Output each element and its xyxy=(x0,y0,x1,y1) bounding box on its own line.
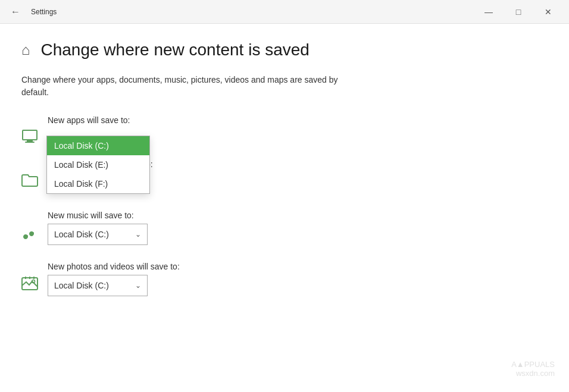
apps-label: New apps will save to: xyxy=(48,115,548,125)
page-description: Change where your apps, documents, music… xyxy=(21,74,355,99)
music-label: New music will save to: xyxy=(48,211,548,220)
titlebar-controls: — □ ✕ xyxy=(475,3,562,21)
music-chevron-icon: ⌄ xyxy=(135,230,141,239)
photo-icon xyxy=(21,276,38,290)
music-dropdown[interactable]: Local Disk (C:) ⌄ xyxy=(48,224,148,245)
section-apps: New apps will save to: Local Disk (C:) L… xyxy=(21,115,548,143)
music-selected-value: Local Disk (C:) xyxy=(54,230,109,239)
apps-option-c[interactable]: Local Disk (C:) xyxy=(47,136,149,155)
svg-rect-0 xyxy=(23,130,37,140)
minimize-button[interactable]: — xyxy=(475,3,502,21)
photos-dropdown-btn[interactable]: Local Disk (C:) ⌄ xyxy=(48,275,148,296)
apps-option-f[interactable]: Local Disk (F:) xyxy=(47,174,149,193)
photos-label: New photos and videos will save to: xyxy=(48,262,548,271)
page-title: Change where new content is saved xyxy=(41,40,309,59)
music-icon xyxy=(21,225,38,240)
main-panel: ⌂ Change where new content is saved Chan… xyxy=(0,24,569,392)
content-area: ⌂ Change where new content is saved Chan… xyxy=(0,24,569,392)
apps-dropdown-menu: Local Disk (C:) Local Disk (E:) Local Di… xyxy=(46,136,150,194)
photos-chevron-icon: ⌄ xyxy=(135,281,141,290)
photos-dropdown[interactable]: Local Disk (C:) ⌄ xyxy=(48,275,148,296)
page-header: ⌂ Change where new content is saved xyxy=(21,40,548,59)
titlebar-left: ← Settings xyxy=(7,4,57,20)
folder-icon xyxy=(21,174,38,187)
titlebar: ← Settings — □ ✕ xyxy=(0,0,569,24)
watermark-url: wsxdn.com xyxy=(511,369,555,378)
monitor-icon xyxy=(21,130,38,143)
home-icon: ⌂ xyxy=(21,42,30,58)
watermark-brand: A▲PPUALS xyxy=(511,360,555,369)
back-button[interactable]: ← xyxy=(7,4,24,20)
svg-rect-1 xyxy=(27,140,33,142)
close-button[interactable]: ✕ xyxy=(534,3,562,21)
apps-section-content: New apps will save to: Local Disk (C:) L… xyxy=(48,115,548,139)
photos-selected-value: Local Disk (C:) xyxy=(54,281,109,290)
titlebar-title: Settings xyxy=(31,8,57,16)
maximize-button[interactable]: □ xyxy=(505,3,532,21)
section-music: New music will save to: Local Disk (C:) … xyxy=(21,211,548,245)
music-dropdown-btn[interactable]: Local Disk (C:) ⌄ xyxy=(48,224,148,245)
watermark: A▲PPUALS wsxdn.com xyxy=(511,360,555,378)
svg-point-4 xyxy=(32,280,35,283)
photos-section-content: New photos and videos will save to: Loca… xyxy=(48,262,548,296)
music-section-content: New music will save to: Local Disk (C:) … xyxy=(48,211,548,245)
apps-option-e[interactable]: Local Disk (E:) xyxy=(47,155,149,174)
svg-rect-2 xyxy=(25,142,35,143)
section-photos: New photos and videos will save to: Loca… xyxy=(21,262,548,296)
